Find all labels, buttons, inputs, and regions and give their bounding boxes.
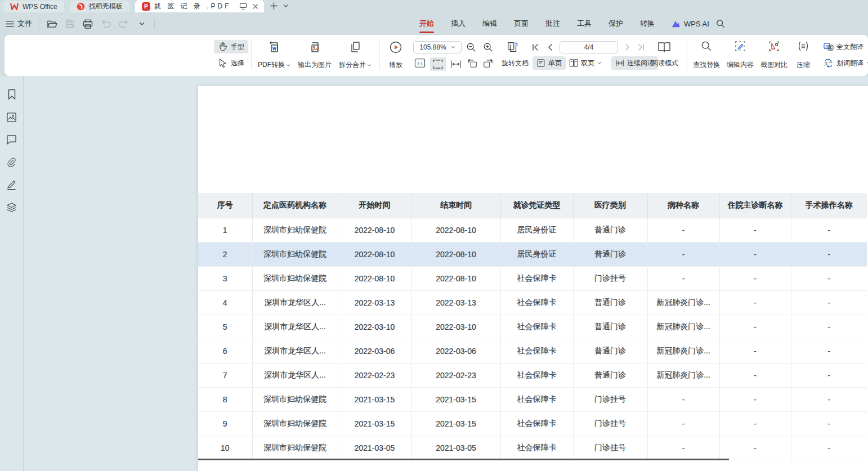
table-header-cell: 结束时间 [411, 193, 500, 218]
menu-item-tab[interactable]: 保护 [600, 12, 632, 35]
table-row: 1深圳市妇幼保健院2022-08-102022-08-10居民身份证普通门诊--… [198, 218, 867, 242]
tab-docer-template[interactable]: 找稻壳模板 [70, 1, 129, 12]
full-translate-button[interactable]: A 全文翻译 [820, 40, 867, 53]
hand-icon [218, 42, 228, 52]
comment-icon[interactable] [6, 133, 18, 146]
read-mode-button[interactable]: 阅读模式 [647, 56, 682, 70]
layers-icon[interactable] [6, 201, 18, 213]
play-button[interactable]: 播放 [378, 39, 413, 72]
redo-icon[interactable] [118, 18, 129, 29]
toolbar-chevron-icon[interactable] [136, 18, 147, 29]
single-page-icon [536, 59, 545, 68]
zoom-out-button[interactable] [465, 42, 477, 53]
table-cell: - [647, 242, 719, 266]
close-tab-icon[interactable] [251, 2, 259, 11]
table-cell: 3 [198, 266, 252, 290]
page-number-input[interactable]: 4/4 [560, 41, 618, 53]
table-cell: 2022-02-23 [338, 363, 411, 387]
split-merge-button[interactable]: 拆分合并 [337, 39, 374, 72]
table-cell: 深圳市妇幼保健院 [252, 387, 338, 411]
table-cell: 2022-03-06 [411, 339, 500, 363]
fit-page-button[interactable] [430, 57, 446, 71]
save-icon[interactable] [64, 18, 75, 29]
attachment-icon[interactable] [6, 156, 18, 168]
rotate-right-button[interactable] [482, 57, 494, 69]
word-translate-icon: A文 [824, 59, 834, 68]
table-cell: 2022-03-13 [411, 290, 500, 315]
menu-item-tab[interactable]: 编辑 [474, 12, 505, 35]
table-cell: - [719, 436, 791, 460]
hand-tool-button[interactable]: 手型 [214, 40, 248, 53]
table-cell: 2021-03-15 [411, 411, 500, 436]
table-cell: 普通门诊 [573, 218, 647, 242]
last-page-button[interactable] [635, 42, 647, 53]
first-page-button[interactable] [529, 42, 542, 53]
wps-logo-icon [10, 2, 19, 11]
pdf-convert-button[interactable]: PDF转换 [256, 39, 293, 72]
menu-item-active[interactable]: 开始 [411, 12, 442, 35]
rotate-left-button[interactable] [466, 57, 478, 69]
table-header-cell: 就诊凭证类型 [500, 193, 573, 218]
bookmark-icon[interactable] [6, 88, 18, 101]
table-cell: 新冠肺炎门诊... [647, 315, 719, 339]
rotate-pages-icon[interactable] [504, 42, 521, 53]
word-translate-button[interactable]: A文 划词翻译 [820, 56, 868, 70]
menu-item-tab[interactable]: 转换 [632, 12, 663, 35]
tab-wps-office[interactable]: WPS Office [3, 1, 64, 12]
find-replace-button[interactable]: 查找替换 [690, 39, 723, 72]
tab-label: 找稻壳模板 [89, 2, 123, 11]
find-replace-label: 查找替换 [693, 60, 720, 70]
wps-ai-button[interactable]: WPS AI [671, 12, 709, 35]
double-page-button[interactable]: 双页 [565, 56, 606, 70]
print-icon[interactable] [82, 18, 93, 29]
signature-icon[interactable] [6, 178, 18, 191]
tab-document-active[interactable]: P 就 医 记 录 .PDF [135, 0, 265, 12]
menu-item-tab[interactable]: 批注 [537, 12, 569, 35]
table-cell: 深圳市龙华区人... [252, 339, 338, 363]
menu-search-icon[interactable] [714, 17, 727, 30]
table-cell: - [719, 290, 791, 315]
new-tab-button[interactable] [270, 2, 278, 10]
monitor-icon[interactable] [239, 2, 247, 11]
menu-item-tab[interactable]: 页面 [505, 12, 537, 35]
edit-pencil-icon [735, 41, 746, 52]
table-row: 6深圳市龙华区人...2022-03-062022-03-06社会保障卡普通门诊… [198, 339, 867, 363]
fit-width-button[interactable] [448, 57, 464, 71]
zoom-level-select[interactable]: 105.88% [413, 41, 462, 53]
table-cell: 4 [198, 290, 252, 315]
tab-list-chevron-icon[interactable] [283, 3, 289, 9]
edit-content-button[interactable]: 编辑内容 [724, 39, 757, 72]
next-page-button[interactable] [621, 42, 634, 53]
table-cell: 社会保障卡 [500, 290, 573, 315]
rotate-doc-button[interactable]: 旋转文档 [498, 56, 533, 70]
table-cell: - [791, 411, 867, 436]
table-cell: - [719, 339, 791, 363]
screenshot-compare-button[interactable]: 截图对比 [758, 39, 790, 72]
table-header-cell: 定点医药机构名称 [252, 193, 338, 218]
single-page-button[interactable]: 单页 [533, 56, 566, 70]
prev-page-button[interactable] [544, 42, 556, 53]
compress-button[interactable]: 压缩 [789, 39, 817, 72]
table-cell: - [791, 339, 867, 363]
open-file-icon[interactable] [46, 18, 57, 29]
table-row: 7深圳市龙华区人...2022-02-232022-02-23社会保障卡普通门诊… [198, 363, 867, 387]
table-cell: 深圳市龙华区人... [252, 290, 338, 315]
menu-item-tab[interactable]: 工具 [569, 12, 600, 35]
select-tool-button[interactable]: 选择 [214, 56, 248, 70]
undo-icon[interactable] [100, 18, 111, 29]
table-cell: 2022-03-13 [338, 290, 411, 315]
read-mode-icon[interactable] [653, 40, 675, 55]
table-cell: 普通门诊 [573, 242, 647, 266]
export-image-icon [308, 41, 321, 54]
thumbnail-icon[interactable] [6, 111, 18, 123]
table-cell: - [791, 242, 867, 266]
export-image-button[interactable]: 输出为图片 [296, 39, 333, 72]
zoom-in-button[interactable] [482, 42, 494, 53]
pdf-file-icon: P [142, 2, 150, 11]
table-cell: 社会保障卡 [500, 387, 573, 411]
file-menu-button[interactable]: 文件 [6, 19, 32, 29]
table-header-cell: 住院主诊断名称 [719, 193, 791, 218]
actual-size-button[interactable]: 1:1 [414, 57, 426, 69]
menu-item-tab[interactable]: 插入 [442, 12, 474, 35]
table-cell: - [791, 218, 867, 242]
